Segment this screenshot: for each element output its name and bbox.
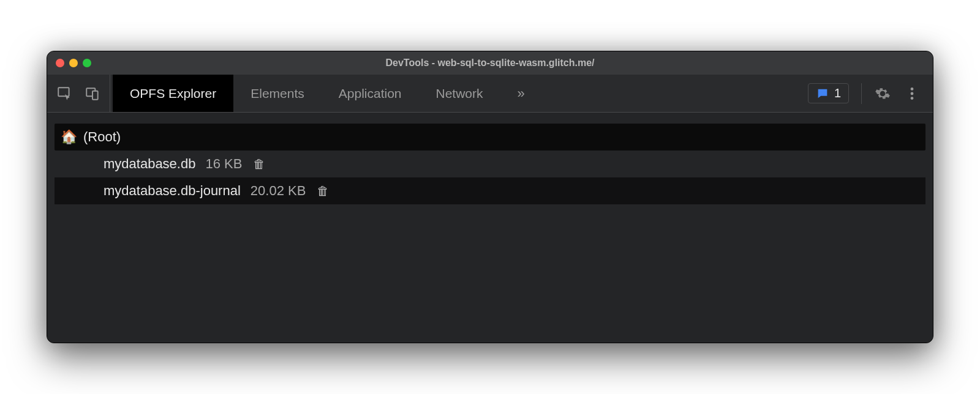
file-row[interactable]: mydatabase.db 16 KB 🗑 [55,151,925,177]
more-options-button[interactable] [903,85,921,102]
inspect-tools [47,75,110,112]
maximize-window-button[interactable] [83,59,91,67]
panel-tabs: OPFS Explorer Elements Application Netwo… [113,75,542,112]
tabs-overflow-button[interactable]: » [500,75,542,112]
tab-label: OPFS Explorer [130,86,216,101]
file-size: 16 KB [205,156,242,172]
svg-point-3 [911,87,914,91]
trash-icon[interactable]: 🗑 [317,184,329,198]
traffic-lights [56,59,91,67]
tabbar-right: 1 [808,75,927,112]
separator [861,83,862,104]
tab-network[interactable]: Network [419,75,500,112]
minimize-window-button[interactable] [69,59,78,67]
file-row[interactable]: mydatabase.db-journal 20.02 KB 🗑 [55,177,925,204]
svg-point-4 [911,92,914,95]
devtools-window: DevTools - web-sql-to-sqlite-wasm.glitch… [47,51,933,343]
tab-application[interactable]: Application [322,75,419,112]
svg-rect-2 [92,91,98,99]
issues-count: 1 [834,86,841,100]
tab-label: Application [339,86,402,101]
opfs-panel: 🏠 (Root) mydatabase.db 16 KB 🗑 mydatabas… [47,113,933,343]
file-name: mydatabase.db [104,156,195,172]
trash-icon[interactable]: 🗑 [253,157,265,171]
svg-rect-0 [58,87,69,96]
settings-button[interactable] [874,85,891,102]
tab-elements[interactable]: Elements [233,75,322,112]
window-title: DevTools - web-sql-to-sqlite-wasm.glitch… [47,58,933,69]
home-icon: 🏠 [61,129,77,145]
tabbar: OPFS Explorer Elements Application Netwo… [47,75,933,113]
device-toolbar-icon[interactable] [84,85,101,102]
titlebar: DevTools - web-sql-to-sqlite-wasm.glitch… [47,51,933,75]
file-size: 20.02 KB [251,183,306,199]
svg-point-5 [911,97,914,100]
chevron-double-right-icon: » [518,86,525,102]
close-window-button[interactable] [56,59,64,67]
chat-icon [816,87,829,100]
file-name: mydatabase.db-journal [104,183,241,199]
tab-label: Elements [251,86,304,101]
tab-opfs-explorer[interactable]: OPFS Explorer [113,75,233,112]
tree-root[interactable]: 🏠 (Root) [55,124,925,151]
root-label: (Root) [83,129,121,145]
inspect-element-icon[interactable] [56,85,73,102]
tab-label: Network [436,86,483,101]
issues-button[interactable]: 1 [808,83,849,103]
